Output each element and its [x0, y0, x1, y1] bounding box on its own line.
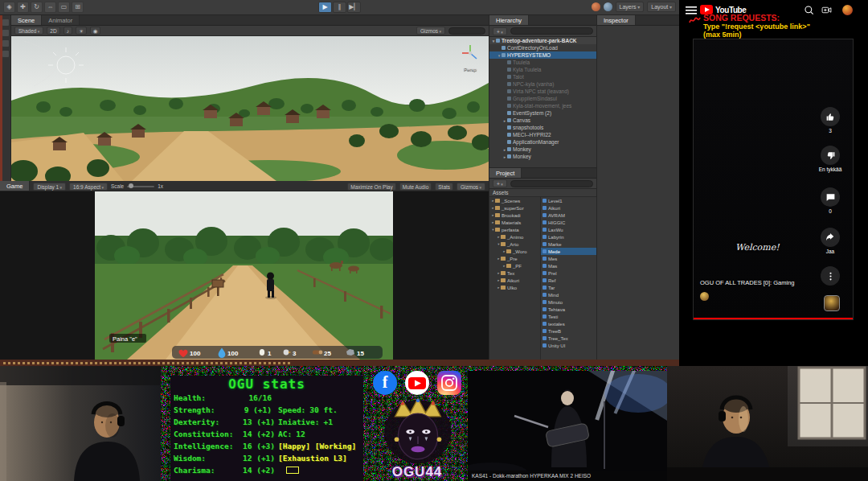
folder-row[interactable]: ▾ perfasta — [489, 226, 540, 233]
tool-icon[interactable]: ⊞ — [72, 2, 84, 13]
hierarchy-row[interactable]: Talot — [489, 73, 596, 80]
tab-animator[interactable]: Animator — [42, 15, 80, 25]
shading-mode-dropdown[interactable]: Shaded — [14, 27, 43, 35]
tab-scene[interactable]: Scene — [11, 15, 42, 25]
hierarchy-row[interactable]: ▾ Treetop-adventure-park-BACK — [489, 37, 596, 44]
folder-row[interactable]: ▸ Brookadi — [489, 212, 540, 219]
asset-row[interactable]: AVRAM — [541, 212, 596, 219]
game-viewport[interactable]: Paina "e" 100 100 — [0, 191, 489, 360]
hierarchy-row[interactable]: ▸ Monkey — [489, 146, 596, 153]
folder-row[interactable]: ▸ _superSor — [489, 204, 540, 212]
asset-row[interactable]: Testi — [541, 313, 596, 320]
console-status-bar[interactable] — [0, 360, 679, 366]
folder-row[interactable]: ▸ _Scenes — [489, 197, 540, 204]
game-gizmos-dropdown[interactable]: Gizmos — [457, 183, 485, 191]
asset-row[interactable]: HIGGIC — [541, 219, 596, 226]
folder-row[interactable]: ▾ _Arto — [489, 240, 540, 248]
channel-row[interactable] — [700, 292, 712, 301]
create-video-icon[interactable] — [821, 5, 832, 15]
account-icon[interactable] — [604, 2, 612, 11]
tab-project[interactable]: Project — [489, 168, 522, 178]
step-button[interactable]: ▶▏ — [347, 2, 361, 13]
youtube-icon[interactable] — [405, 371, 429, 395]
dislike-action[interactable]: En tykkää — [814, 146, 846, 172]
shorts-channel-avatar[interactable] — [824, 295, 840, 311]
panel-strip-icon[interactable] — [2, 40, 9, 47]
folder-row[interactable]: ▸ Ulko — [489, 284, 540, 291]
scene-viewport[interactable]: Persp — [11, 36, 489, 181]
asset-row[interactable]: Ref — [541, 277, 596, 284]
hierarchy-search-input[interactable] — [510, 27, 593, 35]
tool-icon[interactable]: ◈ — [3, 2, 15, 13]
hierarchy-row[interactable]: ApplicationManager — [489, 138, 596, 146]
like-action[interactable]: 3 — [814, 107, 846, 134]
cloud-services-icon[interactable] — [592, 2, 600, 11]
asset-row[interactable]: Mind — [541, 291, 596, 298]
2d-toggle[interactable]: 2D — [47, 27, 59, 35]
mute-audio-toggle[interactable]: Mute Audio — [399, 183, 432, 191]
tab-game[interactable]: Game — [0, 181, 30, 191]
asset-row[interactable]: Minuto — [541, 298, 596, 306]
asset-row[interactable]: LaxWu — [541, 226, 596, 233]
hierarchy-row[interactable]: Virta NPC stat (leavand) — [489, 88, 596, 95]
tab-hierarchy[interactable]: Hierarchy — [489, 15, 529, 25]
more-action[interactable] — [814, 266, 846, 286]
hierarchy-row[interactable]: ContDirectoryOnLoad — [489, 44, 596, 51]
folder-row[interactable]: ▸ _Pre — [489, 255, 540, 262]
folder-row[interactable]: ▸ _PF — [489, 262, 540, 269]
share-action[interactable]: Jaa — [814, 228, 846, 254]
hierarchy-row[interactable]: ▸ Canvas — [489, 117, 596, 124]
camera-settings-icon[interactable]: ◉ — [90, 27, 101, 35]
scene-search-input[interactable] — [448, 27, 485, 35]
asset-row[interactable]: Tree_Tex — [541, 335, 596, 342]
aspect-dropdown[interactable]: 16:9 Aspect — [69, 183, 108, 191]
asset-row[interactable]: Tehtava — [541, 306, 596, 313]
tool-icon[interactable]: ▭ — [58, 2, 70, 13]
folder-row[interactable]: ▸ Tex — [489, 269, 540, 277]
asset-row[interactable]: Prel — [541, 269, 596, 277]
tool-icon[interactable]: ↻ — [31, 2, 43, 13]
instagram-icon[interactable] — [437, 371, 461, 395]
tool-icon[interactable]: ⇔ — [44, 2, 56, 13]
panel-strip-icon[interactable] — [2, 51, 9, 57]
asset-row[interactable]: Labyrin — [541, 233, 596, 240]
menu-icon[interactable] — [686, 6, 697, 14]
panel-strip-icon[interactable] — [2, 19, 9, 26]
folder-row[interactable]: ▸ Materials — [489, 219, 540, 226]
hierarchy-row[interactable]: EventSystem (2) — [489, 109, 596, 117]
folder-row[interactable]: ▸ _Woro — [489, 248, 540, 255]
asset-row[interactable]: TreeB — [541, 327, 596, 335]
hierarchy-row[interactable]: ▸ Monkey — [489, 153, 596, 160]
asset-row[interactable]: Tar — [541, 284, 596, 291]
hierarchy-row[interactable]: Kyla-stat-movement, jees — [489, 102, 596, 109]
asset-row[interactable]: Mas — [541, 262, 596, 269]
asset-row[interactable]: Mede — [541, 248, 596, 255]
asset-row[interactable]: Level1 — [541, 197, 596, 204]
project-search-input[interactable] — [510, 180, 593, 187]
play-button[interactable]: ▶ — [318, 2, 332, 13]
create-asset-button[interactable]: + — [493, 179, 507, 187]
hierarchy-row[interactable]: MECI--HYPRI22 — [489, 131, 596, 138]
asset-row[interactable]: Aikuri — [541, 204, 596, 212]
persp-label[interactable]: Persp — [458, 67, 482, 72]
scale-slider[interactable] — [127, 186, 154, 187]
stats-toggle[interactable]: Stats — [435, 183, 453, 191]
layout-dropdown[interactable]: Layout — [647, 2, 676, 12]
shorts-player[interactable]: Welcome! OGU OF ALL TRADES [0]: Gaming 3… — [693, 39, 854, 320]
asset-row[interactable]: Mes — [541, 255, 596, 262]
project-breadcrumb[interactable]: Assets — [489, 189, 596, 197]
layers-dropdown[interactable]: Layers — [616, 2, 645, 12]
hierarchy-row[interactable]: ▾ HYPERSYSTEMO — [489, 51, 596, 59]
folder-row[interactable]: ▸ _Animo — [489, 233, 540, 240]
video-progress-bar[interactable] — [694, 318, 853, 320]
hierarchy-row[interactable]: Kyla Tuulela — [489, 66, 596, 73]
display-dropdown[interactable]: Display 1 — [33, 183, 66, 191]
pause-button[interactable]: ∥ — [333, 2, 346, 13]
asset-row[interactable]: Marke — [541, 240, 596, 248]
asset-row[interactable]: textales — [541, 320, 596, 327]
lighting-toggle-icon[interactable]: ☀ — [76, 27, 87, 35]
hierarchy-row[interactable]: snapshotools — [489, 124, 596, 131]
panel-strip-icon[interactable] — [2, 30, 9, 36]
maximize-on-play-toggle[interactable]: Maximize On Play — [347, 183, 395, 191]
hierarchy-row[interactable]: NPC-kyla (vanha) — [489, 80, 596, 88]
